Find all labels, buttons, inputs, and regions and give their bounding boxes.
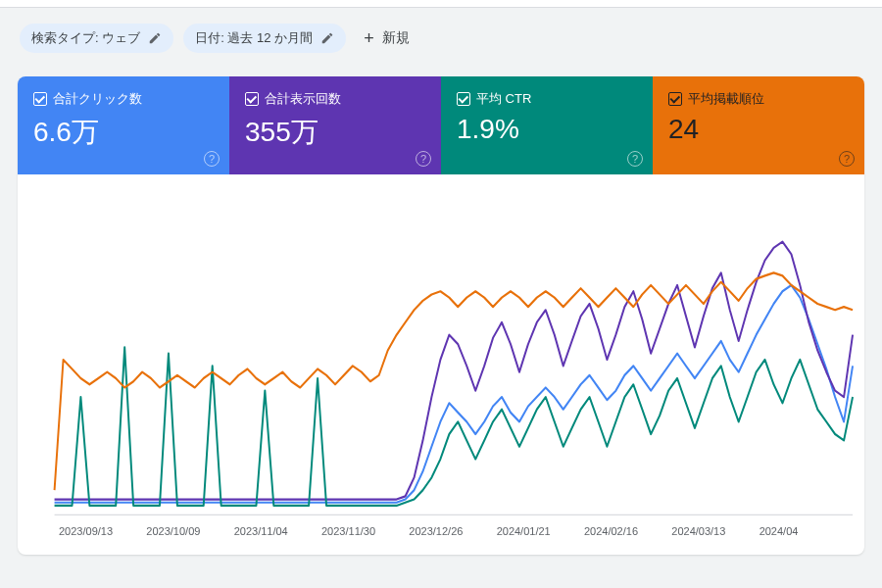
x-tick: 2024/04 (760, 525, 847, 537)
metric-value: 355万 (245, 114, 425, 151)
x-tick: 2024/01/21 (497, 525, 584, 537)
filter-chip-search-type[interactable]: 検索タイプ: ウェブ (20, 24, 173, 53)
checkbox-icon (33, 92, 47, 106)
add-filter-label: 新規 (382, 29, 410, 47)
metric-tile-position[interactable]: 平均掲載順位 24 (653, 76, 864, 174)
metric-label: 合計表示回数 (265, 90, 341, 108)
metric-value: 1.9% (457, 114, 637, 145)
chart-x-axis: 2023/09/132023/10/092023/11/042023/11/30… (25, 521, 857, 547)
x-tick: 2023/09/13 (59, 525, 146, 537)
x-tick: 2024/03/13 (671, 525, 759, 537)
metric-label: 平均掲載順位 (688, 90, 764, 108)
metric-label: 合計クリック数 (53, 90, 142, 108)
chart-area: 2023/09/132023/10/092023/11/042023/11/30… (18, 174, 864, 555)
metric-tile-ctr[interactable]: 平均 CTR 1.9% (441, 76, 653, 174)
filter-chip-label: 検索タイプ: ウェブ (31, 29, 140, 47)
filter-chip-label: 日付: 過去 12 か月間 (195, 29, 313, 47)
x-tick: 2024/02/16 (584, 525, 671, 537)
metric-tile-impressions[interactable]: 合計表示回数 355万 (229, 76, 441, 174)
checkbox-icon (668, 92, 682, 106)
x-tick: 2023/11/30 (321, 525, 409, 537)
pencil-icon (148, 31, 162, 45)
pencil-icon (320, 31, 334, 45)
performance-line-chart (25, 198, 857, 521)
chart-series-平均 CTR (55, 347, 853, 506)
filter-chip-date[interactable]: 日付: 過去 12 か月間 (183, 24, 346, 53)
x-tick: 2023/10/09 (146, 525, 233, 537)
metric-value: 6.6万 (33, 114, 214, 151)
metric-label: 平均 CTR (476, 90, 531, 108)
help-icon[interactable] (204, 151, 220, 167)
metric-tiles: 合計クリック数 6.6万 合計表示回数 355万 平均 CTR 1.9% 平 (18, 76, 864, 174)
help-icon[interactable] (627, 151, 643, 167)
metric-tile-clicks[interactable]: 合計クリック数 6.6万 (18, 76, 229, 174)
performance-card: 合計クリック数 6.6万 合計表示回数 355万 平均 CTR 1.9% 平 (18, 76, 864, 555)
help-icon[interactable] (416, 151, 431, 167)
help-icon[interactable] (839, 151, 855, 167)
x-tick: 2023/11/04 (234, 525, 321, 537)
filter-bar: 検索タイプ: ウェブ 日付: 過去 12 か月間 + 新規 (0, 8, 882, 76)
metric-value: 24 (668, 114, 849, 145)
x-tick: 2023/12/26 (409, 525, 496, 537)
checkbox-icon (245, 92, 259, 106)
checkbox-icon (457, 92, 470, 106)
plus-icon: + (364, 31, 374, 45)
header-strip (0, 0, 882, 8)
add-filter-button[interactable]: + 新規 (356, 24, 417, 53)
